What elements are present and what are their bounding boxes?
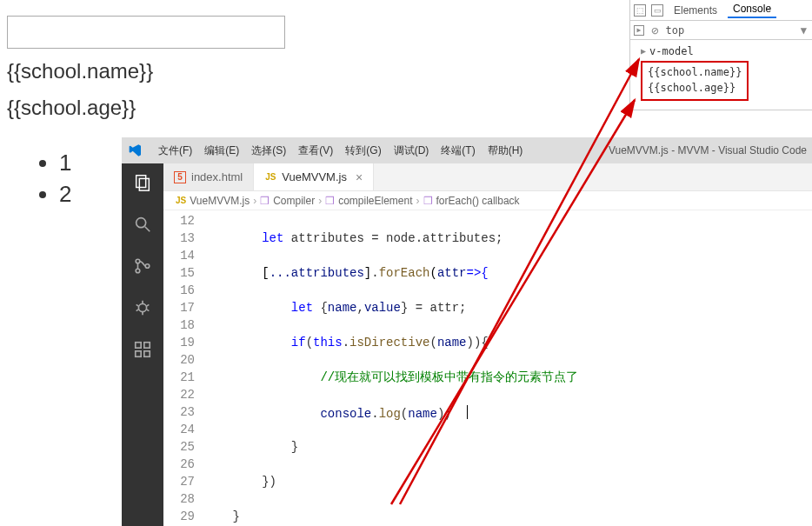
code-editor[interactable]: 1213141516171819202122232425262728293031… [163,210,812,526]
console-line: v-model [649,45,694,57]
mustache-text-2: {{school.age}} [7,94,285,122]
svg-point-4 [136,259,140,263]
svg-point-5 [136,269,140,273]
tab-console[interactable]: Console [728,3,776,18]
vscode-window: 文件(F) 编辑(E) 选择(S) 查看(V) 转到(G) 调试(D) 终端(T… [122,137,812,526]
menu-view[interactable]: 查看(V) [293,143,338,158]
svg-point-2 [136,218,146,228]
extensions-icon[interactable] [130,337,155,362]
menu-edit[interactable]: 编辑(E) [199,143,244,158]
crumb-file[interactable]: VueMVVM.js [190,195,250,207]
svg-rect-1 [139,178,149,190]
console-line: {{school.age}} [648,80,742,96]
editor-tabs: 5 index.html JS VueMVVM.js × [163,163,812,191]
menu-help[interactable]: 帮助(H) [483,143,529,158]
menu-file[interactable]: 文件(F) [153,143,197,158]
breadcrumb[interactable]: JS VueMVVM.js › ❒ Compiler › ❒ compileEl… [163,191,812,210]
explorer-icon[interactable] [130,170,155,195]
tab-vuemvvm-js[interactable]: JS VueMVVM.js × [254,163,374,190]
dropdown-caret-icon[interactable]: ▼ [801,24,807,37]
code-lines[interactable]: let attributes = node.attributes; [...at… [203,210,812,526]
source-control-icon[interactable] [130,254,155,278]
annotation-box: {{school.name}} {{school.age}} [641,61,749,101]
inspect-icon[interactable]: ⬚ [634,4,646,17]
devtools-panel: ⬚ ▭ Elements Console ▶ ⊘ top ▼ ▶v-model … [629,0,812,110]
vscode-title-text: VueMVVM.js - MVVM - Visual Studio Code [528,144,812,156]
svg-rect-14 [136,343,141,348]
class-icon: ❒ [260,195,270,207]
tab-label: index.html [191,170,243,183]
svg-point-6 [145,264,150,269]
crumb-class[interactable]: Compiler [273,195,315,207]
console-line: {{school.name}} [648,64,742,80]
crumb-callback[interactable]: forEach() callback [436,195,520,207]
svg-line-12 [147,310,150,311]
svg-rect-17 [144,343,150,348]
device-toggle-icon[interactable]: ▭ [651,4,663,17]
v-model-input[interactable] [7,16,285,49]
activity-bar [122,163,163,526]
svg-line-3 [145,227,150,232]
vscode-title-bar: 文件(F) 编辑(E) 选择(S) 查看(V) 转到(G) 调试(D) 终端(T… [122,137,812,163]
svg-rect-15 [136,351,141,356]
tab-index-html[interactable]: 5 index.html [163,163,254,190]
js-icon: JS [264,171,276,183]
svg-point-7 [138,303,146,311]
close-icon[interactable]: × [356,170,363,184]
svg-rect-16 [144,351,150,356]
caret-right-icon: ▶ [641,46,646,56]
search-icon[interactable] [130,212,155,236]
menu-goto[interactable]: 转到(G) [340,143,386,158]
line-number-gutter: 1213141516171819202122232425262728293031 [163,210,203,526]
tab-elements[interactable]: Elements [669,4,722,17]
editor-area: 5 index.html JS VueMVVM.js × JS VueMVVM.… [163,163,812,526]
clear-console-icon[interactable]: ⊘ [651,23,658,37]
menu-debug[interactable]: 调试(D) [389,143,435,158]
crumb-method[interactable]: compileElement [338,195,412,207]
svg-line-10 [147,304,150,306]
text-caret [467,405,468,419]
menu-terminal[interactable]: 终端(T) [436,143,480,158]
vscode-logo-icon [122,143,150,157]
devtools-toolbar: ▶ ⊘ top ▼ [630,21,812,40]
play-icon[interactable]: ▶ [634,25,644,36]
svg-line-9 [136,304,139,306]
js-icon: JS [176,196,186,205]
method-icon: ❒ [423,195,433,207]
mustache-text-1: {{school.name}} [7,57,285,85]
console-output: ▶v-model {{school.name}} {{school.age}} [630,40,812,110]
devtools-tab-bar: ⬚ ▭ Elements Console [630,0,812,21]
debug-icon[interactable] [130,296,155,320]
tab-label: VueMVVM.js [282,170,347,183]
html-icon: 5 [174,171,186,183]
svg-line-11 [136,310,139,311]
svg-rect-0 [136,176,146,188]
menu-select[interactable]: 选择(S) [246,143,291,158]
method-icon: ❒ [325,195,335,207]
context-select[interactable]: top [665,24,684,37]
vscode-menu: 文件(F) 编辑(E) 选择(S) 查看(V) 转到(G) 调试(D) 终端(T… [153,143,528,158]
